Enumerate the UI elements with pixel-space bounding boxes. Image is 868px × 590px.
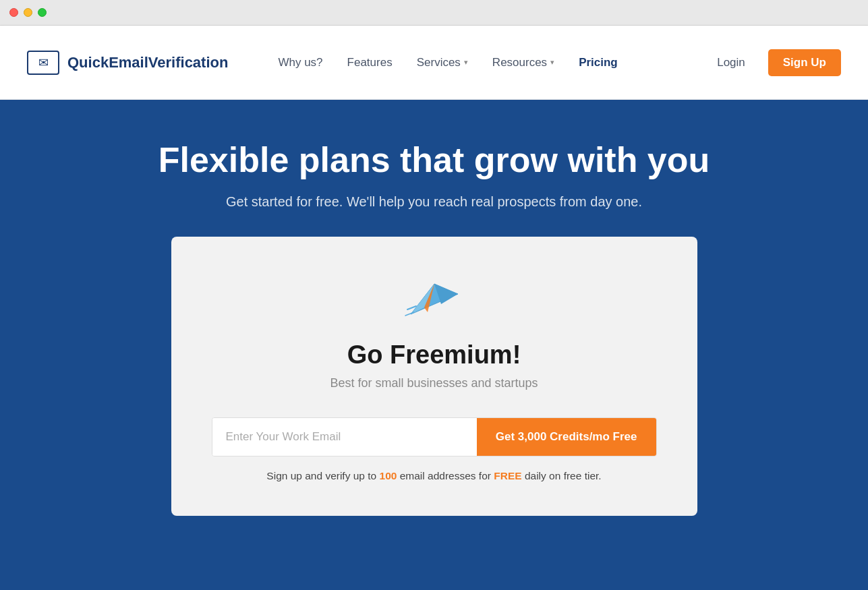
hero-section: Flexible plans that grow with you Get st…	[0, 100, 868, 590]
nav-links: Why us? Features Services ▾ Resources ▾ …	[268, 51, 707, 75]
cta-button[interactable]: Get 3,000 Credits/mo Free	[477, 418, 656, 456]
resources-dropdown-arrow: ▾	[550, 58, 554, 67]
freemium-card: Go Freemium! Best for small businesses a…	[171, 237, 697, 516]
paper-plane-icon	[212, 270, 657, 327]
email-form: Get 3,000 Credits/mo Free	[212, 417, 657, 456]
nav-item-resources[interactable]: Resources ▾	[483, 51, 564, 75]
signup-button[interactable]: Sign Up	[768, 49, 841, 76]
signup-note: Sign up and verify up to 100 email addre…	[212, 470, 657, 482]
maximize-button[interactable]	[38, 8, 47, 17]
window-chrome	[0, 0, 868, 26]
card-wrapper: Go Freemium! Best for small businesses a…	[27, 243, 841, 516]
nav-item-why-us[interactable]: Why us?	[268, 51, 332, 75]
svg-line-5	[405, 312, 414, 316]
minimize-button[interactable]	[24, 8, 32, 17]
hero-subtitle: Get started for free. We'll help you rea…	[27, 194, 841, 210]
email-input[interactable]	[212, 418, 477, 456]
hero-title: Flexible plans that grow with you	[27, 140, 841, 181]
logo[interactable]: ✉ QuickEmailVerification	[27, 51, 228, 75]
logo-text: QuickEmailVerification	[67, 54, 228, 71]
logo-icon: ✉	[27, 51, 59, 75]
services-dropdown-arrow: ▾	[464, 58, 468, 67]
navbar: ✉ QuickEmailVerification Why us? Feature…	[0, 26, 868, 100]
card-subtitle: Best for small businesses and startups	[212, 376, 657, 390]
login-button[interactable]: Login	[707, 51, 755, 75]
close-button[interactable]	[9, 8, 18, 17]
nav-item-pricing[interactable]: Pricing	[569, 51, 627, 75]
card-title: Go Freemium!	[212, 341, 657, 370]
hero-content: Flexible plans that grow with you Get st…	[0, 100, 868, 590]
nav-item-services[interactable]: Services ▾	[407, 51, 478, 75]
nav-item-features[interactable]: Features	[338, 51, 402, 75]
nav-actions: Login Sign Up	[707, 49, 841, 76]
